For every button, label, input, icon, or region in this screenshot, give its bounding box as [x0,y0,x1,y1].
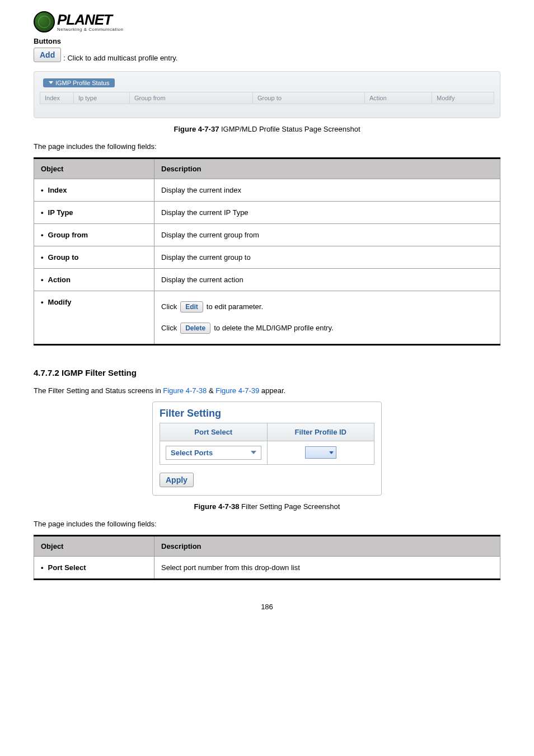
table-row: Port Select Select port number from this… [34,556,500,579]
select-ports-label: Select Ports [171,449,213,457]
globe-icon [34,11,55,32]
col-action: Action [365,92,432,104]
panel-header[interactable]: IGMP Profile Status [43,78,115,87]
obj-desc: Select port number from this drop-down l… [154,556,500,579]
filter-profile-id-dropdown[interactable] [305,446,336,459]
figure-4-7-38-caption: Figure 4-7-38 Filter Setting Page Screen… [34,502,500,511]
filter-title: Filter Setting [160,408,374,419]
obj-label: Group from [41,231,88,239]
col-port-select: Port Select [160,423,268,441]
apply-button[interactable]: Apply [160,473,194,487]
table-row: Group from Display the current group fro… [34,223,500,246]
object-table-2: Object Description Port Select Select po… [34,535,500,580]
col-groupto: Group to [253,92,365,104]
section-4-7-7-2: 4.7.7.2 IGMP Filter Setting [34,368,500,377]
edit-button[interactable]: Edit [180,301,203,312]
add-button-desc: : Click to add multicast profile entry. [63,54,177,62]
obj-label: Port Select [41,563,86,572]
chevron-down-icon [251,451,256,454]
figure-4-7-37-caption: Figure 4-7-37 IGMP/MLD Profile Status Pa… [34,125,500,133]
table-row: Group to Display the current group to [34,246,500,268]
obj-desc: Display the current action [154,268,500,291]
table-row: Action Display the current action [34,268,500,291]
filter-intro: The Filter Setting and Status screens in… [34,386,500,395]
obj-desc: Display the current group from [154,223,500,246]
obj-label: Group to [41,253,78,262]
status-table: Index Ip type Group from Group to Action… [40,92,494,104]
select-ports-dropdown[interactable]: Select Ports [166,446,261,460]
add-button[interactable]: Add [34,48,61,62]
obj-head: Object [34,158,154,179]
col-groupfrom: Group from [130,92,253,104]
page-number: 186 [34,603,500,611]
delete-button[interactable]: Delete [180,323,210,334]
obj-head: Object [34,535,154,556]
logo-tagline: Networking & Communication [57,27,123,32]
click-text: Click [161,324,177,332]
obj-label: Index [41,186,67,194]
igmp-profile-status-panel: IGMP Profile Status Index Ip type Group … [34,71,500,118]
chevron-down-icon [49,81,53,84]
filter-setting-card: Filter Setting Port Select Filter Profil… [152,402,382,496]
buttons-heading: Buttons [34,37,500,45]
obj-label: Action [41,276,71,284]
desc-head: Description [154,158,500,179]
fields-intro-1: The page includes the following fields: [34,142,500,151]
fields-intro-2: The page includes the following fields: [34,520,500,528]
desc-head: Description [154,535,500,556]
chevron-down-icon [329,451,334,454]
col-modify: Modify [432,92,494,104]
col-iptype: Ip type [74,92,130,104]
delete-suffix: to delete the MLD/IGMP profile entry. [214,324,333,332]
table-row: Index Display the current index [34,179,500,201]
click-text: Click [161,302,177,311]
table-row: IP Type Display the current IP Type [34,201,500,223]
object-table-1: Object Description Index Display the cur… [34,157,500,346]
obj-desc: Display the current index [154,179,500,201]
obj-label: Modify [41,298,71,306]
link-fig38[interactable]: Figure 4-7-38 [163,386,207,395]
col-index: Index [40,92,74,104]
col-filter-profile-id: Filter Profile ID [268,423,374,441]
table-row-modify: Modify Click Edit to edit parameter. Cli… [34,291,500,344]
panel-title: IGMP Profile Status [55,80,109,86]
obj-desc: Display the current IP Type [154,201,500,223]
obj-label: IP Type [41,208,73,217]
logo-name: PLANET [57,12,123,27]
edit-suffix: to edit parameter. [207,302,263,311]
obj-desc: Display the current group to [154,246,500,268]
link-fig39[interactable]: Figure 4-7-39 [216,386,259,395]
logo: PLANET Networking & Communication [34,11,500,32]
